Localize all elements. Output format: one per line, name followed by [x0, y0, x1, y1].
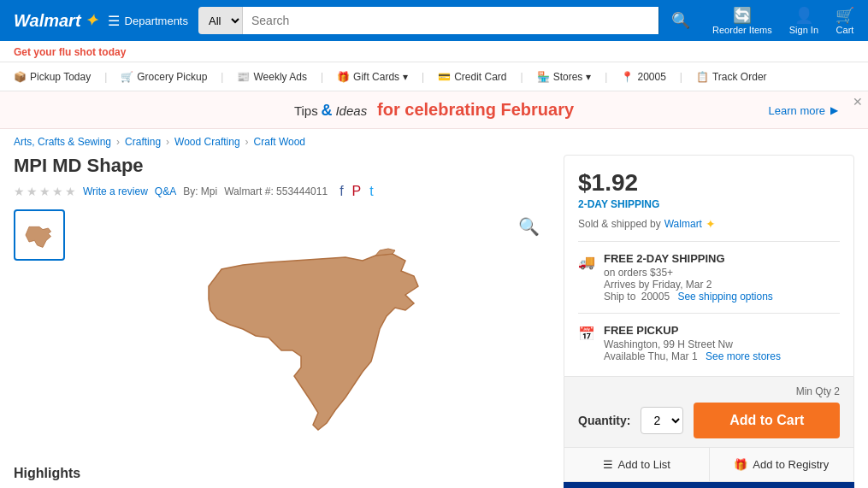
promo-main-text: for celebrating February [377, 100, 574, 119]
nav-grocery-pickup[interactable]: 🛒 Grocery Pickup [121, 71, 207, 83]
walmart-spark-icon: ✦ [706, 217, 716, 231]
star-rating: ★ ★ ★ ★ ★ [14, 185, 76, 198]
add-to-registry-label: Add to Registry [753, 458, 829, 471]
quantity-select[interactable]: 2 3 4 5 [641, 407, 683, 434]
breadcrumb-craft-wood[interactable]: Craft Wood [254, 136, 305, 148]
product-title: MPI MD Shape [14, 155, 546, 177]
nav-credit-card[interactable]: 💳 Credit Card [438, 71, 506, 83]
nav-stores[interactable]: 🏪 Stores ▾ [537, 71, 592, 83]
breadcrumb-sep-1: › [116, 136, 120, 148]
star-3: ★ [39, 185, 50, 198]
promo-learn-more[interactable]: Learn more [769, 103, 825, 116]
arrives-label: Arrives by Friday, Mar 2 [604, 279, 840, 291]
breadcrumb-crafting[interactable]: Crafting [125, 136, 161, 148]
walmart-logo[interactable]: Walmart ✦ [14, 11, 97, 31]
highlights-section: Highlights Ready for painting or finishi… [14, 466, 546, 488]
shipping-section: 🚚 FREE 2-DAY SHIPPING on orders $35+ Arr… [578, 241, 840, 303]
right-panel: $1.92 2-DAY SHIPPING Sold & shipped by W… [564, 155, 854, 488]
promo-ideas-label: Ideas [335, 103, 367, 118]
shipping-row: 🚚 FREE 2-DAY SHIPPING on orders $35+ Arr… [578, 252, 840, 303]
facebook-icon[interactable]: f [340, 184, 343, 199]
spark-icon: ✦ [85, 11, 97, 30]
reorder-label: Reorder Items [712, 25, 772, 35]
nav-track-order[interactable]: 📋 Track Order [696, 71, 767, 83]
reorder-button[interactable]: 🔄 Reorder Items [712, 6, 772, 35]
main-content: MPI MD Shape ★ ★ ★ ★ ★ Write a review Q&… [0, 155, 868, 488]
free-shipping-label: FREE 2-DAY SHIPPING [604, 252, 840, 265]
chevron-right-icon: ▶ [830, 104, 838, 116]
product-image-area: 🔍 [14, 209, 546, 449]
site-header: Walmart ✦ ☰ Departments All 🔍 🔄 Reorder … [0, 0, 868, 41]
stores-icon: 🏪 [537, 71, 550, 83]
pinterest-icon[interactable]: P [352, 184, 362, 199]
nav-divider-1: | [104, 71, 107, 83]
nav-gift-cards[interactable]: 🎁 Gift Cards ▾ [337, 71, 408, 83]
logo-text: Walmart [14, 11, 81, 31]
zoom-icon[interactable]: 🔍 [518, 216, 540, 237]
flu-bar: Get your flu shot today [0, 41, 868, 62]
cart-button[interactable]: 🛒 Cart [836, 6, 854, 35]
pickup-info: FREE PICKUP Washington, 99 H Street Nw A… [604, 324, 840, 362]
quantity-section: Min Qty 2 Quantity: 2 3 4 5 Add to Cart [564, 377, 854, 448]
breadcrumb: Arts, Crafts & Sewing › Crafting › Wood … [0, 129, 868, 155]
breadcrumb-wood-crafting[interactable]: Wood Crafting [174, 136, 239, 148]
nav-pickup-today[interactable]: 📦 Pickup Today [14, 71, 91, 83]
main-image-container: 🔍 [75, 209, 546, 449]
sign-in-button[interactable]: 👤 Sign In [789, 6, 818, 35]
hamburger-icon: ☰ [108, 13, 120, 29]
stores-dropdown-icon: ▾ [586, 71, 591, 83]
sold-by-label: Sold & shipped by [578, 218, 661, 230]
twitter-icon[interactable]: t [369, 184, 373, 199]
nav-divider-3: | [321, 71, 323, 83]
pickup-location: Washington, 99 H Street Nw [604, 338, 840, 350]
breadcrumb-sep-2: › [166, 136, 169, 148]
pickup-available: Available Thu, Mar 1 [604, 350, 698, 362]
pickup-icon: 📅 [578, 326, 595, 362]
see-stores-link[interactable]: See more stores [706, 350, 781, 362]
add-to-cart-button[interactable]: Add to Cart [694, 403, 840, 438]
cart-icon: 🛒 [836, 6, 854, 25]
ship-info: FREE 2-DAY SHIPPING on orders $35+ Arriv… [604, 252, 840, 303]
add-to-registry-button[interactable]: 🎁 Add to Registry [710, 448, 854, 481]
see-shipping-link[interactable]: See shipping options [677, 291, 772, 303]
promo-tips-label: Tips [294, 103, 318, 118]
product-meta: ★ ★ ★ ★ ★ Write a review Q&A By: Mpi Wal… [14, 184, 546, 199]
weekly-ads-icon: 📰 [237, 71, 250, 83]
close-banner-icon[interactable]: ✕ [853, 95, 863, 109]
savings-box: Learn how to save $25* Savings paid as a… [564, 482, 854, 488]
nav-bar: 📦 Pickup Today | 🛒 Grocery Pickup | 📰 We… [0, 62, 868, 91]
reorder-icon: 🔄 [733, 6, 752, 25]
write-review-link[interactable]: Write a review [83, 185, 148, 197]
list-icon: ☰ [603, 458, 613, 471]
departments-button[interactable]: ☰ Departments [108, 13, 188, 29]
highlights-title: Highlights [14, 466, 546, 481]
search-category-dropdown[interactable]: All [198, 7, 243, 34]
registry-icon: 🎁 [734, 458, 747, 471]
search-input[interactable] [243, 7, 658, 34]
nav-location[interactable]: 📍 20005 [621, 71, 665, 83]
min-qty-text: Min Qty 2 [578, 385, 840, 397]
grocery-icon: 🛒 [121, 71, 133, 83]
nav-weekly-ads[interactable]: 📰 Weekly Ads [237, 71, 306, 83]
qa-link[interactable]: Q&A [155, 185, 176, 197]
product-walmart-id: Walmart #: 553444011 [224, 185, 328, 197]
signin-icon: 👤 [794, 6, 813, 25]
flu-shot-link[interactable]: Get your flu shot today [14, 46, 126, 58]
truck-icon: 🚚 [578, 254, 595, 303]
shipping-badge: 2-DAY SHIPPING [578, 198, 840, 210]
qty-label: Quantity: [578, 414, 630, 427]
social-icons: f P t [340, 184, 374, 199]
price-box: $1.92 2-DAY SHIPPING Sold & shipped by W… [564, 155, 854, 377]
gift-dropdown-icon: ▾ [403, 71, 408, 83]
add-to-list-label: Add to List [618, 458, 670, 471]
breadcrumb-arts[interactable]: Arts, Crafts & Sewing [14, 136, 111, 148]
price: $1.92 [578, 169, 840, 197]
add-to-list-button[interactable]: ☰ Add to List [564, 448, 710, 481]
nav-divider-7: | [680, 71, 682, 83]
nav-divider-2: | [221, 71, 223, 83]
breadcrumb-sep-3: › [245, 136, 249, 148]
walmart-link[interactable]: Walmart [664, 218, 702, 230]
search-button[interactable]: 🔍 [658, 7, 702, 34]
star-2: ★ [27, 185, 38, 198]
thumbnail-1[interactable] [14, 209, 65, 261]
